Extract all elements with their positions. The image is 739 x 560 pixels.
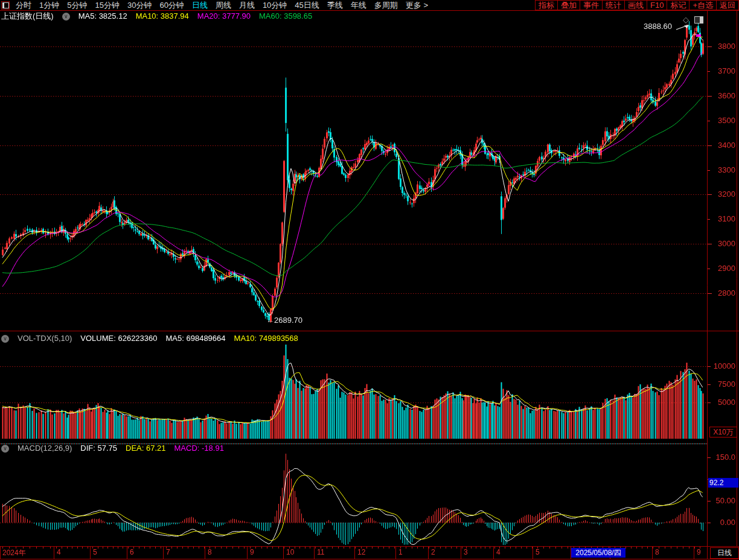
volume-unit-label: X10万 [713,427,733,438]
dea-label: DEA: 67.21 [126,444,166,453]
month-label-15: 5 [536,548,540,556]
macd-panel-header: ∨ MACD(12,26,9) DIF: 57.75 DEA: 67.21 MA… [1,444,224,453]
toolbar-button-4[interactable]: 统计 [602,0,625,10]
month-label-2: 4 [57,548,61,556]
price-axis-label: 3500 [709,116,735,125]
volume-ma5-label: MA5: 698489664 [166,334,226,343]
menu-item-10[interactable]: 10分钟 [263,0,287,11]
ma5-label: MA5: 3825.12 [78,11,127,21]
price-panel-header: 上证指数(日线) ∨ MA5: 3825.12 MA10: 3837.94 MA… [1,11,312,21]
toolbar-buttons: 指标叠加事件统计画线F10标记+自选返回 [536,0,739,10]
volume-unit-box: X10万 [709,427,737,438]
page-title: 上证指数(日线) [1,11,54,21]
crosshair-date: 2025/05/08/四 [575,548,621,558]
volume-value-label: VOLUME: 626223360 [80,334,157,343]
ma10-label: MA10: 3837.94 [136,11,189,21]
chart-canvas[interactable] [0,0,739,560]
price-axis-label: 3200 [709,189,735,199]
collapse-indicator-icon[interactable]: ∨ [1,445,9,453]
month-label-12: 2 [431,548,435,556]
high-value: 3888.60 [644,22,672,31]
month-label-8: 10 [286,548,294,556]
month-label-13: 3 [464,548,468,556]
volume-indicator-title: VOL-TDX(5,10) [18,334,72,343]
month-label-9: 11 [317,548,324,556]
volume-axis-label: 7500 [709,380,735,389]
toolbar-button-2[interactable]: 叠加 [557,0,580,10]
low-value: 2689.70 [274,316,302,325]
restore-window-icon[interactable] [694,16,703,24]
macd-marker-value: 92.2 [709,479,723,487]
macd-axis-label: 0.00 [709,518,735,527]
macd-marker-badge: 92.2 [708,478,738,488]
toolbar-button-7[interactable]: 标记 [667,0,689,10]
month-label-7: 9 [250,548,254,556]
month-label-14: 4 [496,548,501,556]
price-axis-label: 3800 [709,42,735,51]
menu-item-13[interactable]: 年线 [351,0,366,11]
volume-panel-header: ∨ VOL-TDX(5,10) VOLUME: 626223360 MA5: 6… [1,334,298,343]
month-label-4: 6 [130,548,134,556]
month-label-19: 9 [697,548,701,556]
menu-item-1[interactable]: 分时 [16,0,31,11]
low-arrow-icon: ← [266,316,274,325]
menu-item-9[interactable]: 月线 [239,0,255,11]
low-annotation: ←2689.70 [266,316,302,325]
period-menu: 分时1分钟5分钟15分钟30分钟60分钟日线周线月线10分钟45日线季线年线多周… [16,0,428,11]
month-label-5: 7 [166,548,170,556]
toolbar-button-1[interactable]: 指标 [535,0,558,10]
menu-item-4[interactable]: 15分钟 [95,0,119,11]
collapse-indicator-icon[interactable]: ∨ [1,335,9,343]
toolbar-button-8[interactable]: +自选 [689,0,717,10]
month-label-6: 8 [208,548,212,556]
macd-axis-label: 50.00 [709,496,735,505]
price-axis-label: 3100 [709,214,735,223]
menu-item-6[interactable]: 60分钟 [159,0,184,11]
price-axis-label: 3300 [709,165,735,174]
menu-item-14[interactable]: 多周期 [374,0,398,11]
price-axis-label: 3600 [709,91,735,100]
period-label: 日线 [717,548,732,558]
menu-item-15[interactable]: 更多 > [406,0,428,11]
window-icon[interactable] [1,1,10,10]
magenta-mark-icon [696,34,701,37]
menu-item-5[interactable]: 30分钟 [127,0,152,11]
high-arrow-icon [676,24,691,31]
volume-axis-label: 5000 [709,398,735,407]
month-label-3: 5 [93,548,97,556]
price-axis-label: 3400 [709,141,735,150]
toolbar-button-5[interactable]: 画线 [624,0,647,10]
month-label-1: 2024年 [2,548,26,558]
period-box[interactable]: 日线 [710,547,739,559]
price-axis-label: 2900 [709,264,735,273]
macd-axis-label: 150.0 [709,453,735,462]
price-axis-label: 3000 [709,239,735,248]
price-axis-label: 2800 [709,288,735,298]
menu-item-7[interactable]: 日线 [192,0,208,11]
crosshair-date-badge: 2025/05/08/四 [571,548,625,558]
month-label-11: 1 [398,548,403,556]
collapse-indicator-icon[interactable]: ∨ [62,13,70,21]
volume-axis-label: 10000 [709,361,735,371]
month-label-18: 8 [655,548,659,556]
ma20-label: MA20: 3777.90 [197,11,251,21]
menu-item-8[interactable]: 周线 [216,0,231,11]
macd-value-label: MACD: -18.91 [174,444,224,453]
ma60-label: MA60: 3598.65 [259,11,312,21]
month-label-10: 12 [357,548,365,556]
volume-ma10-label: MA10: 749893568 [234,334,298,343]
toolbar-button-9[interactable]: 返回 [716,0,739,10]
menu-item-2[interactable]: 1分钟 [39,0,59,11]
menu-item-3[interactable]: 5分钟 [67,0,87,11]
menu-item-12[interactable]: 季线 [327,0,343,11]
menu-item-11[interactable]: 45日线 [295,0,319,11]
price-axis-label: 3700 [709,66,735,75]
toolbar-button-6[interactable]: F10 [647,0,667,10]
macd-indicator-title: MACD(12,26,9) [18,444,72,453]
high-annotation: 3888.60 [644,22,691,31]
dif-label: DIF: 57.75 [80,444,117,453]
toolbar-button-3[interactable]: 事件 [580,0,603,10]
